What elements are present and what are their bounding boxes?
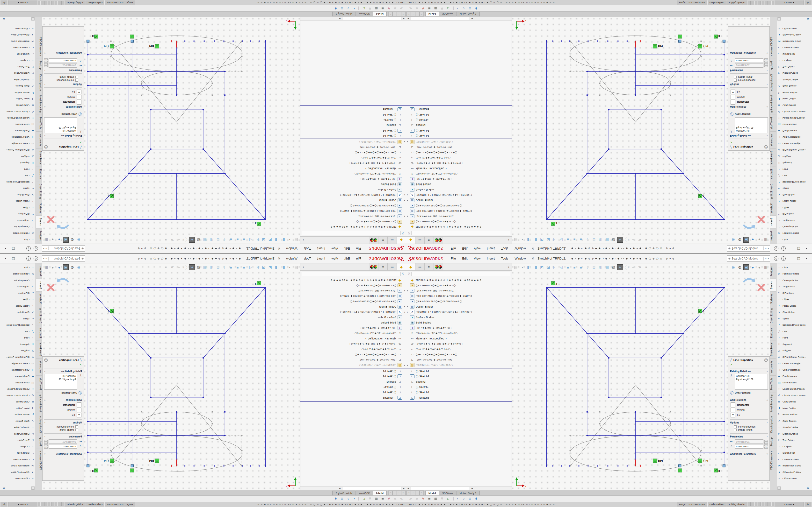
status-segment[interactable]: Under Defined bbox=[707, 0, 726, 5]
view-toolbar-icon[interactable]: ◯ bbox=[624, 264, 629, 270]
relation-entry[interactable]: Equal length109 bbox=[45, 378, 76, 381]
commandmanager-tab[interactable]: ⋮ bbox=[36, 472, 42, 477]
status-segment[interactable] bbox=[761, 502, 764, 506]
tree-item[interactable]: ◑ ◯Ƨ◦∩✱♟Am◯◉◯mA♟✱∩◦Ƨ◯ bbox=[300, 325, 406, 331]
tree-item[interactable]: ▸ ◔ ◯Λ♟⊚✚ƧƧ◦Ɛ◯◉◯Ɛ◦ƧƧ✚⊚♟Λ◯ bbox=[300, 288, 406, 293]
status-segment[interactable]: Under Defined bbox=[707, 502, 726, 507]
sketch-tool-button[interactable]: ◑ Silhouette Entities bbox=[776, 469, 812, 475]
sketch-tool-button[interactable]: ∾ Spline bbox=[0, 185, 36, 192]
expand-arrow-icon[interactable]: ▸ bbox=[407, 364, 410, 366]
tree-item[interactable]: ▸ ▤ Design Binder bbox=[300, 304, 406, 309]
sketch-tool-button[interactable]: ▯ Corner Rectangle bbox=[776, 134, 812, 141]
scroll-track[interactable] bbox=[411, 487, 470, 490]
sketch-tool-button[interactable]: ∷ Linear Sketch Pattern bbox=[776, 386, 812, 392]
tab-nav-button[interactable]: « bbox=[407, 12, 411, 16]
rollback-bar[interactable] bbox=[406, 105, 512, 106]
tree-item[interactable]: ★ ◯ƧƧƎ✚◉⊚ΛA◯◉◯AΛ⊚◉✚ƎƧƧ◯ bbox=[406, 283, 512, 288]
sketch-tool-button[interactable]: ◔ Centerpoint Arc bbox=[0, 224, 36, 230]
sketch-tool-button[interactable]: ↻ Rotate Entities bbox=[0, 89, 36, 96]
checkbox[interactable] bbox=[75, 429, 78, 431]
rollback-bar[interactable] bbox=[300, 105, 406, 106]
view-toolbar-icon[interactable]: ▦ bbox=[604, 264, 610, 270]
tree-filter-input[interactable] bbox=[302, 231, 401, 236]
graphics-area[interactable]: ▤ ▾ ◧ ◨ ◩ ◪ ◰ ◱ ■ ■ bbox=[512, 17, 770, 243]
add-relations-header[interactable]: Add Relations bbox=[45, 399, 82, 401]
user-account-icon[interactable]: ☺ bbox=[34, 257, 38, 261]
sketch-tool-button[interactable]: ◬ Polygon bbox=[776, 153, 812, 160]
view-toolbar-icon[interactable]: ↩ bbox=[189, 237, 195, 243]
status-segment[interactable] bbox=[748, 1, 751, 5]
tree-item[interactable]: ▥ ◯Ƨ✚ƎƧ◯ИN⊚◦✚ƆƎNƎƧ◯◉◯ƧƎNƎƆ✚◦⊚NИ◯Ƨ bbox=[406, 208, 512, 214]
view-toolbar-icon[interactable]: ■ bbox=[571, 237, 577, 243]
sketch-tool-button[interactable]: ≡ Offset Entities bbox=[0, 25, 36, 32]
expand-arrow-icon[interactable]: ▸ bbox=[407, 305, 410, 308]
menu-item[interactable]: Insert bbox=[484, 246, 498, 251]
expand-arrow-icon[interactable]: ▸ bbox=[402, 305, 405, 308]
menu-item[interactable]: File bbox=[353, 256, 364, 261]
view-toolbar-icon[interactable]: ▦ bbox=[604, 237, 610, 243]
view-toolbar-icon[interactable]: ⌁ bbox=[163, 264, 169, 270]
tree-item[interactable]: ∟ (-) Sketch6 bbox=[406, 107, 512, 112]
sketch-tool-button[interactable]: ▰ Parallelogram bbox=[0, 128, 36, 134]
tree-item[interactable]: ▸ ▤ Design Binder bbox=[406, 304, 512, 309]
sketch-tool-button[interactable]: ⊢ Extend Entities bbox=[0, 431, 36, 437]
commandmanager-tab[interactable]: ⋮ bbox=[770, 472, 776, 477]
sketch-tool-button[interactable]: ∷ Linear Sketch Pattern bbox=[0, 386, 36, 392]
view-toolbar-icon[interactable]: ↩ bbox=[189, 264, 195, 270]
commandmanager-tab[interactable]: Weldments bbox=[770, 131, 776, 149]
restore-button[interactable]: ❐ bbox=[795, 246, 802, 251]
tree-flyout-arrow-icon[interactable]: › bbox=[506, 237, 512, 243]
sketch-tool-button[interactable]: ○ Circle bbox=[776, 237, 812, 243]
add-relation-button[interactable]: | Vertical bbox=[44, 95, 82, 100]
parameter-input[interactable]: 0.00000000° bbox=[735, 444, 763, 449]
tree-item[interactable]: ∟ (-) Sketch2 bbox=[406, 128, 512, 133]
commandmanager-tab[interactable]: ⋮ bbox=[770, 30, 776, 35]
document-tab[interactable]: Motion Study 1 bbox=[457, 491, 480, 495]
status-segment[interactable]: Length: 10.88152731mm bbox=[677, 0, 707, 5]
view-toolbar-icon[interactable]: ʘ bbox=[69, 237, 75, 243]
sketch-tool-button[interactable]: ⊏ Convert Entities bbox=[776, 456, 812, 463]
minimize-button[interactable]: — bbox=[788, 246, 795, 251]
add-relation-button[interactable]: — Horizontal bbox=[730, 100, 768, 105]
sketch-tool-button[interactable]: ◠ 3 Point Arc bbox=[0, 290, 36, 296]
sketch-tool-button[interactable]: ◠ 3 Point Arc bbox=[776, 290, 812, 296]
tree-item[interactable]: ◆ TRPDL2. ◉ Ǝ ◉ Ш ◉ ◎ ◎ ✚ ◉ Ɔ ◉ Ǝ ◉ · ◉ … bbox=[300, 224, 406, 230]
expand-arrow-icon[interactable]: ▸ bbox=[407, 199, 410, 202]
view-toolbar-icon[interactable]: ◫ bbox=[598, 264, 603, 270]
sketch-tool-button[interactable]: ∷ Segment bbox=[776, 341, 812, 347]
spinner[interactable]: ▴▾ bbox=[44, 63, 48, 68]
add-relation-button[interactable]: | Vertical bbox=[44, 407, 82, 412]
status-segment[interactable]: Custom ▴ bbox=[8, 502, 37, 507]
status-segment[interactable]: Editing Sketch6 bbox=[65, 0, 85, 5]
tree-item[interactable]: ▱ ◯✚ИN⊚♟+◯✱◉◯◉◯◉✱◯+♟⊚NИ✚◯ bbox=[406, 161, 512, 166]
tree-item[interactable]: ∟ ◯ИN◦Ɛ⊂◦♟⊚◯◉◯⊚♟◦⊃Ɛ◦NИ◯ bbox=[406, 357, 512, 362]
tree-tab[interactable]: ≔ bbox=[388, 237, 397, 243]
sketch-tool-button[interactable]: ↻ Rotate Entities bbox=[0, 411, 36, 418]
tab-overflow-button[interactable]: ⁞ bbox=[32, 487, 35, 490]
spinner[interactable]: ▴▾ bbox=[764, 59, 768, 63]
status-segment[interactable] bbox=[55, 502, 57, 506]
tree-item[interactable]: ≔ Material < not specified > bbox=[300, 166, 406, 171]
sketch-tool-button[interactable]: ◡ Sketch Fillet bbox=[776, 51, 812, 57]
status-segment[interactable] bbox=[755, 1, 757, 5]
tab-nav-button[interactable]: › bbox=[393, 12, 397, 16]
rollback-bar[interactable] bbox=[406, 401, 512, 402]
additional-parameters-header[interactable]: Additional Parameters bbox=[730, 453, 767, 455]
sketch-tool-button[interactable]: ∷ Linear Sketch Pattern bbox=[0, 115, 36, 121]
view-toolbar-icon[interactable]: ⇩ bbox=[585, 264, 591, 270]
status-segment[interactable] bbox=[48, 502, 51, 506]
tree-tab[interactable]: ⊕ bbox=[378, 237, 388, 243]
spinner[interactable]: ▴▾ bbox=[764, 63, 768, 68]
commandmanager-tab[interactable]: Direct Editing bbox=[770, 306, 776, 326]
tree-item[interactable]: ▸ ▨ ◯ƧƧƎИNΛ∩·◯◉◯·∩ΛNИƎƧƧ◯ bbox=[406, 139, 512, 145]
tab-nav-button[interactable]: » bbox=[389, 491, 393, 495]
menu-item[interactable]: Edit bbox=[341, 256, 353, 261]
tree-tab[interactable]: ◆ bbox=[397, 237, 406, 243]
view-toolbar-icon[interactable]: ◨ bbox=[274, 264, 280, 270]
commandmanager-tab[interactable]: Evaluate bbox=[36, 326, 42, 340]
view-toolbar-icon[interactable]: ◧ bbox=[280, 264, 286, 270]
sketch-tool-button[interactable]: ▭ Center Rectangle bbox=[0, 140, 36, 147]
sketch-tool-button[interactable]: ⊏ Convert Entities bbox=[0, 456, 36, 463]
view-toolbar-icon[interactable]: ◉ bbox=[730, 264, 736, 270]
sketch-tool-button[interactable]: ◔ Centerpoint Arc bbox=[776, 224, 812, 230]
